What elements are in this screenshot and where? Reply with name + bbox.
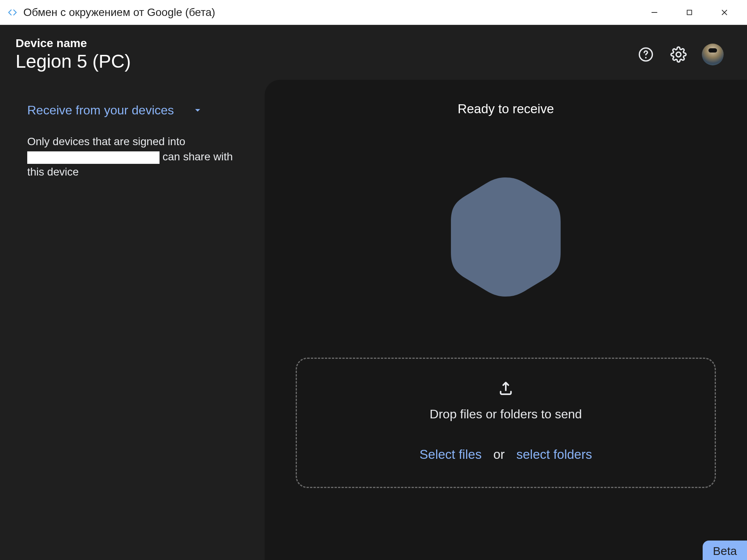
device-name-label: Device name	[16, 37, 637, 50]
account-avatar[interactable]	[702, 44, 724, 65]
gear-icon	[670, 46, 687, 63]
receive-mode-description: Only devices that are signed into can sh…	[16, 134, 233, 180]
minimize-button[interactable]	[643, 5, 666, 20]
receive-mode-label: Receive from your devices	[27, 103, 174, 118]
drop-text: Drop files or folders to send	[430, 407, 582, 421]
settings-button[interactable]	[669, 45, 688, 64]
upload-icon	[498, 381, 514, 398]
or-text: or	[493, 447, 505, 462]
window-titlebar: Обмен с окружением от Google (бета)	[0, 0, 747, 25]
svg-rect-1	[687, 10, 692, 15]
header-actions	[637, 44, 724, 65]
drop-zone[interactable]: Drop files or folders to send Select fil…	[296, 358, 716, 488]
app-body: Device name Legion 5 (PC)	[0, 25, 747, 560]
select-row: Select files or select folders	[419, 447, 592, 462]
svg-point-5	[645, 57, 647, 58]
device-block: Device name Legion 5 (PC)	[16, 37, 637, 72]
window-controls	[643, 5, 736, 20]
main-content: Receive from your devices Only devices t…	[0, 76, 747, 560]
device-name-value: Legion 5 (PC)	[16, 51, 637, 72]
ready-title: Ready to receive	[458, 102, 554, 116]
chevron-down-icon	[193, 103, 202, 118]
receive-mode-dropdown[interactable]: Receive from your devices	[16, 103, 249, 118]
close-button[interactable]	[713, 5, 736, 20]
help-icon	[638, 47, 654, 62]
right-panel: Ready to receive Drop files or folders t…	[265, 80, 747, 560]
select-folders-link[interactable]: select folders	[516, 447, 592, 462]
left-panel: Receive from your devices Only devices t…	[16, 76, 265, 560]
beta-badge: Beta	[703, 541, 747, 560]
window-title: Обмен с окружением от Google (бета)	[23, 6, 643, 19]
select-files-link[interactable]: Select files	[419, 447, 482, 462]
app-icon	[7, 7, 18, 18]
help-button[interactable]	[637, 45, 655, 64]
redacted-email	[27, 151, 160, 164]
desc-text-before: Only devices that are signed into	[27, 135, 185, 147]
hexagon-graphic	[447, 175, 564, 299]
app-header: Device name Legion 5 (PC)	[0, 25, 747, 76]
maximize-button[interactable]	[678, 5, 701, 20]
